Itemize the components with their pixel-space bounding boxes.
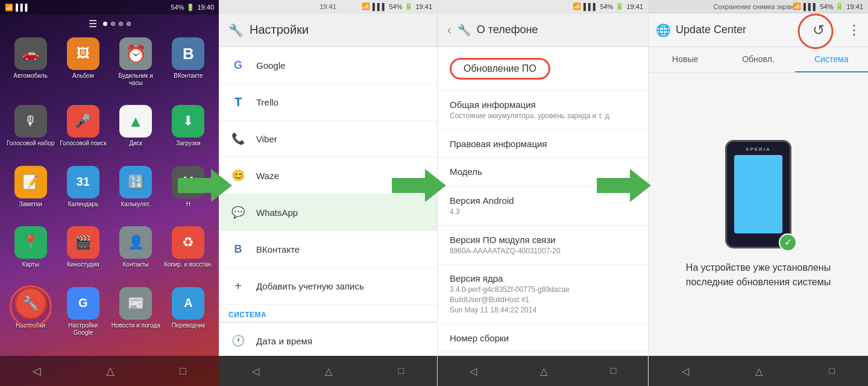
home-btn-settings[interactable]: △ — [315, 361, 342, 382]
settings-nav-bar: ◁ △ □ — [219, 356, 437, 386]
update-globe-icon: 🌐 — [656, 23, 671, 37]
app-album[interactable]: 🖼 Альбом — [58, 37, 107, 101]
dot-2 — [111, 22, 115, 26]
settings-google[interactable]: G Google — [219, 47, 437, 84]
home-nav-bar: ◁ △ □ — [0, 356, 219, 386]
settings-list: G Google T Trello 📞 Viber 😊 Waze 💬 Whats… — [219, 47, 437, 356]
about-legal[interactable]: Правовая информация — [438, 130, 648, 158]
battery-icon: 🔋 — [186, 4, 195, 11]
update-battery: 🔋 — [835, 2, 844, 10]
settings-waze[interactable]: 😊 Waze — [219, 157, 437, 194]
update-nav-bar: ◁ △ □ — [649, 356, 868, 386]
about-battery-icon: 🔋 — [615, 2, 624, 10]
settings-viber[interactable]: 📞 Viber — [219, 121, 437, 157]
app-news[interactable]: 📰 Новости и погода — [112, 287, 160, 351]
refresh-btn-wrapper: ↺ — [813, 22, 825, 39]
dot-4 — [127, 22, 131, 26]
phone-device: XPERIA ✓ — [725, 140, 791, 248]
app-translate[interactable]: A Переводчик — [164, 287, 213, 351]
home-btn-about[interactable]: △ — [530, 361, 557, 382]
about-status-bar: 📶 ▌▌▌ 54% 🔋 19:41 — [438, 0, 648, 13]
settings-signal: ▌▌▌ — [373, 3, 386, 10]
dot-1 — [103, 22, 107, 26]
app-contacts[interactable]: 👤 Контакты — [112, 226, 160, 283]
recents-btn-update[interactable]: □ — [819, 361, 844, 381]
app-n[interactable]: Н Н — [164, 166, 213, 223]
wifi-icon: 📶 — [5, 4, 13, 11]
system-section-label: СИСТЕМА — [219, 305, 437, 322]
back-btn-about[interactable]: ◁ — [460, 361, 486, 382]
app-maps[interactable]: 📍 Карты — [6, 226, 55, 283]
about-header: ‹ 🔧 О телефоне — [438, 13, 648, 47]
settings-wifi: 📶 — [362, 2, 370, 10]
tab-system[interactable]: Система — [795, 47, 868, 72]
app-drive[interactable]: ▲ Диск — [112, 105, 160, 162]
settings-battery-icon: 🔋 — [404, 2, 413, 10]
home-btn-update[interactable]: △ — [746, 361, 772, 382]
app-google-settings[interactable]: G Настройки Google — [58, 287, 107, 351]
about-android-version[interactable]: Версия Android 4.3 — [438, 187, 648, 226]
about-baseband[interactable]: Версия ПО модуля связи 8960A-AAAAATAZQ-4… — [438, 226, 648, 265]
back-button[interactable]: ◁ — [28, 359, 46, 382]
app-voice-search[interactable]: 🎤 Голосовой поиск — [58, 105, 107, 162]
app-imovie[interactable]: 🎬 Киностудия — [58, 226, 107, 283]
app-downloads[interactable]: ⬇ Загрузки — [164, 105, 213, 162]
update-message: На устройстве уже установлены последние … — [661, 261, 856, 290]
settings-status-center: 19:41 — [319, 3, 336, 10]
about-general-info[interactable]: Общая информация Состояние аккумулятора,… — [438, 91, 648, 130]
settings-datetime[interactable]: 🕐 Дата и время — [219, 323, 437, 356]
tab-updates[interactable]: Обновл. — [722, 47, 794, 72]
signal-bars: ▌▌▌ — [16, 4, 30, 11]
app-notes[interactable]: 📝 Заметки — [6, 166, 55, 223]
back-btn-settings[interactable]: ◁ — [242, 361, 269, 382]
about-model[interactable]: Модель — [438, 158, 648, 187]
about-title: О телефоне — [477, 24, 638, 36]
back-btn-update[interactable]: ◁ — [672, 361, 699, 382]
app-clock[interactable]: ⏰ Будильник и часы — [112, 37, 160, 101]
recents-btn-settings[interactable]: □ — [389, 361, 414, 381]
about-back-icon[interactable]: ‹ — [447, 23, 451, 37]
app-calc[interactable]: 🔢 Калькулят. — [112, 166, 160, 223]
about-update-label: Обновление ПО — [450, 58, 550, 80]
page-dots: ☰ — [0, 14, 219, 33]
app-backup[interactable]: ♻ Копир. и восстан. — [164, 226, 213, 283]
refresh-button[interactable]: ↺ — [813, 22, 825, 38]
recents-button[interactable]: □ — [175, 360, 191, 382]
phone-screen — [734, 155, 782, 233]
update-content: XPERIA ✓ На устройстве уже установлены п… — [649, 73, 868, 356]
update-title: Update Center — [676, 24, 808, 36]
home-button[interactable]: △ — [101, 359, 119, 382]
recents-btn-about[interactable]: □ — [601, 361, 626, 381]
more-menu-icon[interactable]: ⋮ — [848, 22, 861, 38]
settings-header: 🔧 Настройки — [219, 13, 437, 47]
settings-panel: 19:41 📶 ▌▌▌ 54% 🔋 19:41 🔧 Настройки G Go… — [219, 0, 438, 386]
app-voice-dial[interactable]: 🎙 Голосовой набор — [6, 105, 55, 162]
update-wifi: 📶 — [793, 2, 801, 10]
settings-whatsapp[interactable]: 💬 WhatsApp — [219, 194, 437, 231]
update-battery-pct: 54% — [820, 3, 833, 10]
settings-battery-pct: 54% — [389, 3, 402, 10]
app-grid: 🚗 Автомобиль 🖼 Альбом ⏰ Будильник и часы… — [0, 33, 219, 356]
settings-vkontakte[interactable]: В ВКонтакте — [219, 231, 437, 268]
settings-add-account[interactable]: + Добавить учетную запись — [219, 268, 437, 305]
app-vk[interactable]: В ВКонтакте — [164, 37, 213, 101]
saving-notification: Сохранение снимка экрана... — [714, 3, 804, 10]
about-panel: 📶 ▌▌▌ 54% 🔋 19:41 ‹ 🔧 О телефоне Обновле… — [438, 0, 649, 386]
home-screen: 📶 ▌▌▌ 54% 🔋 19:40 ☰ 🚗 Автомобиль 🖼 Ал — [0, 0, 219, 386]
about-kernel[interactable]: Версия ядра 3.4.0-perf-g4c8352f-00775-g8… — [438, 265, 648, 324]
update-time: 19:41 — [846, 3, 863, 10]
update-signal: ▌▌▌ — [804, 3, 817, 10]
about-build-number[interactable]: Номер сборки — [438, 324, 648, 352]
app-calendar[interactable]: 31 Календарь — [58, 166, 107, 223]
about-update-item[interactable]: Обновление ПО — [438, 47, 648, 91]
update-center-panel: Сохранение снимка экрана... 📶 ▌▌▌ 54% 🔋 … — [649, 0, 868, 386]
app-auto[interactable]: 🚗 Автомобиль — [6, 37, 55, 101]
update-header: 🌐 Update Center ↺ ⋮ — [649, 13, 868, 47]
tab-new[interactable]: Новые — [649, 47, 722, 72]
battery-percent: 54% — [171, 4, 184, 11]
about-battery-pct: 54% — [600, 3, 613, 10]
about-time: 19:41 — [626, 3, 643, 10]
app-settings[interactable]: 🔧 Настройки — [6, 287, 55, 351]
settings-trello[interactable]: T Trello — [219, 84, 437, 121]
settings-title: Настройки — [250, 23, 309, 37]
